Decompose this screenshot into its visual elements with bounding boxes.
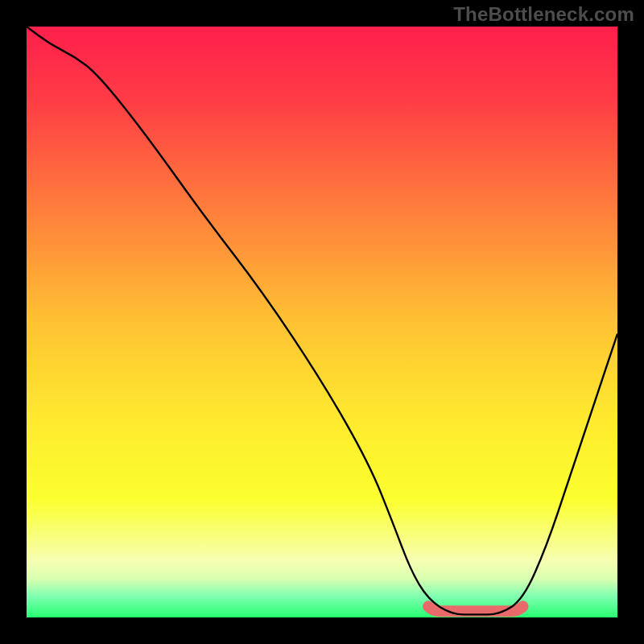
plot-background xyxy=(27,27,617,617)
chart-frame: TheBottleneck.com xyxy=(0,0,644,644)
bottleneck-chart xyxy=(0,0,644,644)
